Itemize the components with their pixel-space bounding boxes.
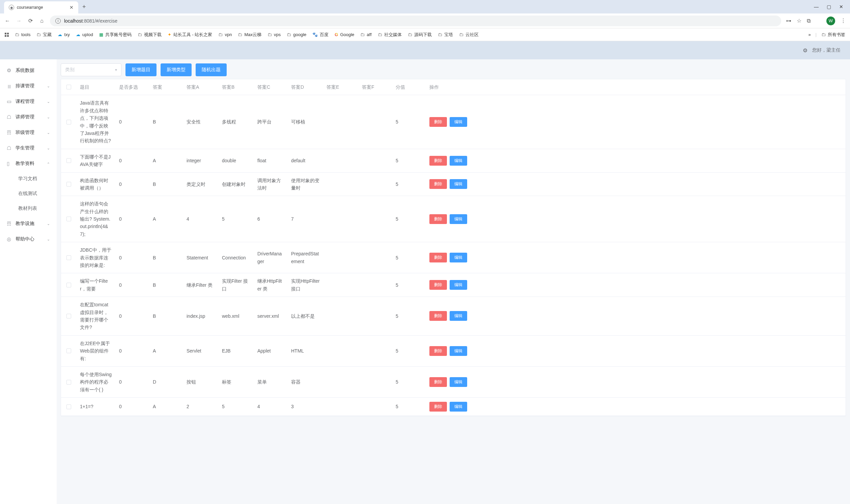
home-icon[interactable]: ⌂ <box>38 18 45 24</box>
delete-button[interactable]: 删除 <box>429 179 447 189</box>
menu-icon: ◎ <box>7 236 12 242</box>
delete-button[interactable]: 删除 <box>429 311 447 321</box>
password-icon[interactable]: ⊶ <box>786 18 791 24</box>
bookmark-item[interactable]: ☁txy <box>58 32 70 37</box>
bookmark-item[interactable]: 🗀google <box>287 32 306 37</box>
row-checkbox[interactable] <box>67 120 71 125</box>
edit-button[interactable]: 编辑 <box>450 253 467 263</box>
extensions-icon[interactable]: ⧉ <box>807 18 811 24</box>
row-checkbox[interactable] <box>67 255 71 260</box>
tool-icon: ✦ <box>168 32 171 37</box>
apps-button[interactable] <box>5 33 9 37</box>
cell-a: integer <box>183 153 219 168</box>
sidebar-subitem[interactable]: 在线测试 <box>0 186 57 201</box>
edit-button[interactable]: 编辑 <box>450 377 467 387</box>
bookmark-item[interactable]: 🗀宝塔 <box>438 32 453 38</box>
browser-tab[interactable]: ◉ coursearrange ✕ <box>4 1 78 14</box>
row-checkbox[interactable] <box>67 380 71 384</box>
info-icon[interactable]: i <box>55 18 61 24</box>
delete-button[interactable]: 删除 <box>429 117 447 127</box>
edit-button[interactable]: 编辑 <box>450 346 467 356</box>
edit-button[interactable]: 编辑 <box>450 402 467 412</box>
address-bar[interactable]: i localhost:8081/#/exercise <box>50 16 781 26</box>
bookmark-item[interactable]: 🗀社交媒体 <box>378 32 402 38</box>
bookmark-item[interactable]: 🐾百度 <box>312 32 328 38</box>
sidebar-item[interactable]: ☖学生管理⌄ <box>0 140 57 156</box>
menu-icon[interactable]: ⋮ <box>840 18 846 24</box>
cell-title: 编写一个Filter，需要 <box>76 273 116 296</box>
bookmark-item[interactable]: ▦共享账号密码 <box>99 32 131 38</box>
bookmark-item[interactable]: 🗀视频下载 <box>138 32 162 38</box>
bookmark-item[interactable]: 🗀宝藏 <box>36 32 52 38</box>
delete-button[interactable]: 删除 <box>429 346 447 356</box>
delete-button[interactable]: 删除 <box>429 156 447 166</box>
delete-button[interactable]: 删除 <box>429 214 447 224</box>
bookmark-label: 站长工具 - 站长之家 <box>174 32 213 38</box>
edit-button[interactable]: 编辑 <box>450 311 467 321</box>
bookmark-item[interactable]: ✦站长工具 - 站长之家 <box>168 32 213 38</box>
edit-button[interactable]: 编辑 <box>450 280 467 290</box>
row-checkbox[interactable] <box>67 217 71 221</box>
reload-icon[interactable]: ⟳ <box>27 18 34 24</box>
cell-a: Statement <box>183 250 219 266</box>
bookmark-item[interactable]: GGoogle <box>334 32 354 37</box>
bookmarks-overflow-icon[interactable]: » <box>808 32 811 37</box>
delete-button[interactable]: 删除 <box>429 253 447 263</box>
menu-icon: ☶ <box>7 221 12 227</box>
star-icon[interactable]: ☆ <box>797 18 801 24</box>
settings-icon[interactable]: ⚙ <box>803 47 808 54</box>
sidebar-item[interactable]: ◎帮助中心⌄ <box>0 231 57 247</box>
close-window-icon[interactable]: ✕ <box>839 4 843 10</box>
minimize-icon[interactable]: — <box>814 4 819 10</box>
baidu-icon: 🐾 <box>312 32 318 37</box>
delete-button[interactable]: 删除 <box>429 402 447 412</box>
sidebar-item[interactable]: ⚙系统数据 <box>0 63 57 78</box>
bookmark-item[interactable]: 🗀云社区 <box>459 32 478 38</box>
add-question-button[interactable]: 新增题目 <box>125 64 157 76</box>
sidebar-item[interactable]: ☖讲师管理⌄ <box>0 109 57 125</box>
row-checkbox[interactable] <box>67 182 71 186</box>
bookmark-item[interactable]: 🗀aff <box>360 32 372 37</box>
row-checkbox[interactable] <box>67 158 71 163</box>
bookmark-item[interactable]: 🗀tools <box>15 32 30 37</box>
bookmark-item[interactable]: 🗀Max云梯 <box>238 32 261 38</box>
row-checkbox[interactable] <box>67 314 71 319</box>
sidebar-subitem[interactable]: 教材列表 <box>0 201 57 216</box>
edit-button[interactable]: 编辑 <box>450 156 467 166</box>
cell-c: 菜单 <box>254 374 288 390</box>
back-icon[interactable]: ← <box>4 18 11 24</box>
folder-icon: 🗀 <box>238 32 242 37</box>
row-checkbox[interactable] <box>67 283 71 287</box>
sidebar-item[interactable]: ⫼排课管理⌄ <box>0 78 57 94</box>
forward-icon[interactable]: → <box>16 18 22 24</box>
bookmark-item[interactable]: ☁uplod <box>76 32 93 37</box>
cell-e <box>323 281 359 289</box>
random-button[interactable]: 随机出题 <box>196 64 227 76</box>
edit-button[interactable]: 编辑 <box>450 179 467 189</box>
maximize-icon[interactable]: ▢ <box>827 4 831 10</box>
row-checkbox[interactable] <box>67 404 71 409</box>
sidebar-subitem[interactable]: 学习文档 <box>0 172 57 186</box>
edit-button[interactable]: 编辑 <box>450 214 467 224</box>
delete-button[interactable]: 删除 <box>429 280 447 290</box>
cell-e <box>323 180 359 188</box>
bookmark-item[interactable]: 🗀源码下载 <box>408 32 432 38</box>
sidebar-item[interactable]: ▭课程管理⌄ <box>0 94 57 109</box>
all-bookmarks[interactable]: 🗀所有书签 <box>821 32 845 38</box>
table-row: 1+1=?0A25435删除编辑 <box>61 398 846 416</box>
profile-avatar[interactable]: W <box>826 17 835 25</box>
cell-d: 以上都不是 <box>288 308 323 324</box>
sidebar-item[interactable]: ☶教学设施⌄ <box>0 216 57 231</box>
category-select[interactable]: 类别 ▾ <box>61 64 122 76</box>
bookmark-item[interactable]: 🗀vps <box>268 32 281 37</box>
new-tab-button[interactable]: + <box>82 3 86 11</box>
add-type-button[interactable]: 新增类型 <box>161 64 192 76</box>
sidebar-item[interactable]: ☶班级管理⌄ <box>0 125 57 140</box>
edit-button[interactable]: 编辑 <box>450 117 467 127</box>
close-icon[interactable]: ✕ <box>70 5 74 10</box>
delete-button[interactable]: 删除 <box>429 377 447 387</box>
bookmark-item[interactable]: 🗀vpn <box>218 32 232 37</box>
select-all-checkbox[interactable] <box>67 85 71 89</box>
row-checkbox[interactable] <box>67 348 71 353</box>
sidebar-item[interactable]: ▯教学资料⌄ <box>0 156 57 172</box>
